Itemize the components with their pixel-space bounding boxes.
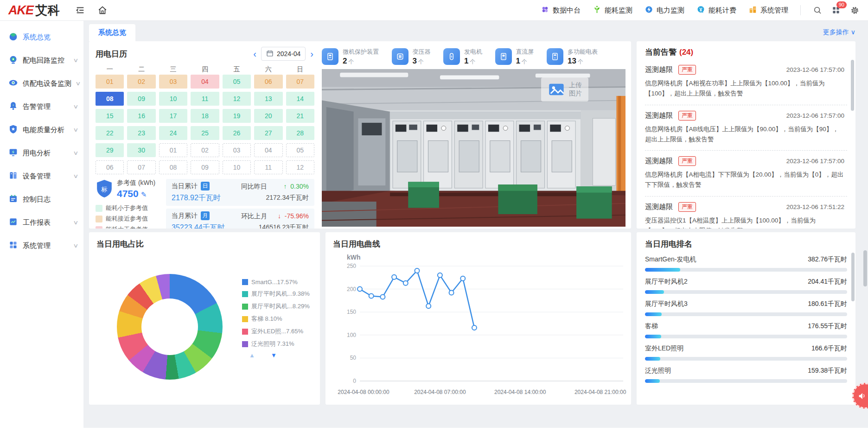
calendar-day-cell[interactable]: 08 (159, 160, 187, 174)
calendar-day-cell[interactable]: 06 (254, 75, 282, 89)
calendar-day-cell[interactable]: 28 (286, 126, 314, 140)
calendar-prev-icon[interactable]: ‹ (252, 49, 257, 58)
calendar-day-cell[interactable]: 27 (254, 126, 282, 140)
calendar-day-cell[interactable]: 05 (223, 75, 251, 89)
calendar-day-cell[interactable]: 10 (223, 160, 251, 174)
calendar-day-cell[interactable]: 08 (96, 92, 124, 106)
sidebar-item-6[interactable]: 设备管理∨ (0, 165, 83, 188)
calendar-day-cell[interactable]: 09 (127, 92, 155, 106)
calendar-day-cell[interactable]: 14 (286, 92, 314, 106)
calendar-day-cell[interactable]: 22 (96, 126, 124, 140)
home-icon[interactable] (95, 2, 110, 18)
calendar-day-cell[interactable]: 21 (286, 109, 314, 123)
donut-legend-item[interactable]: 泛光照明 7.31% (242, 340, 310, 348)
apps-grid-icon[interactable]: 90 (831, 6, 841, 15)
usage-share-donut[interactable] (117, 274, 223, 380)
calendar-day-cell[interactable]: 18 (191, 109, 219, 123)
calendar-day-cell[interactable]: 03 (159, 75, 187, 89)
tab-system-overview[interactable]: 系统总览 (89, 24, 135, 41)
ranking-row[interactable]: SmartGen-发电机 382.76千瓦时 (645, 255, 847, 272)
calendar-day-cell[interactable]: 01 (96, 75, 124, 89)
nav-item-4[interactable]: 系统管理 (748, 5, 788, 15)
calendar-day-cell[interactable]: 02 (127, 75, 155, 89)
sidebar-item-1[interactable]: 配电回路监控∨ (0, 49, 83, 72)
edit-reference-icon[interactable]: ✎ (141, 191, 147, 198)
calendar-day-cell[interactable]: 12 (286, 160, 314, 174)
sidebar-item-9[interactable]: 系统管理∨ (0, 234, 83, 257)
ranking-scrollbar[interactable] (851, 253, 855, 301)
chevron-down-icon: ∨ (73, 219, 78, 226)
donut-legend-item[interactable]: 客梯 8.10% (242, 315, 310, 323)
sidebar-item-2[interactable]: 供配电设备监测∨ (0, 72, 83, 95)
alarm-item[interactable]: 遥测越限 严重 2023-12-06 17:51:22 变压器温控仪1【A相温度… (645, 197, 847, 229)
calendar-legend-item: 能耗大于参考值 (96, 225, 166, 229)
app-logo[interactable]: AKE 艾科 (8, 2, 60, 19)
sidebar-item-5[interactable]: 用电分析∨ (0, 141, 83, 165)
nav-item-2[interactable]: 电力监测 (645, 5, 684, 15)
calendar-day-cell[interactable]: 16 (127, 109, 155, 123)
ranking-row[interactable]: 展厅平时风机2 204.41千瓦时 (645, 278, 847, 294)
calendar-day-cell[interactable]: 11 (254, 160, 282, 174)
calendar-day-cell[interactable]: 03 (223, 143, 251, 157)
calendar-day-cell[interactable]: 23 (127, 126, 155, 140)
calendar-day-cell[interactable]: 13 (254, 92, 282, 106)
donut-legend-item[interactable]: SmartG...17.57% (242, 279, 310, 286)
calendar-day-cell[interactable]: 15 (96, 109, 124, 123)
upload-image-button[interactable]: 上传图片 (541, 77, 588, 102)
calendar-day-cell[interactable]: 29 (96, 143, 124, 157)
alarm-item[interactable]: 遥测越限 严重 2023-12-06 17:57:00 信息网络机房【A相电流】… (645, 151, 847, 197)
calendar-day-cell[interactable]: 19 (223, 109, 251, 123)
chevron-down-icon: ∨ (73, 242, 78, 249)
calendar-day-cell[interactable]: 20 (254, 109, 282, 123)
calendar-day-cell[interactable]: 04 (254, 143, 282, 157)
sidebar-item-4[interactable]: 电能质量分析∨ (0, 118, 83, 141)
calendar-day-cell[interactable]: 24 (159, 126, 187, 140)
donut-legend-item[interactable]: 室外LED照...7.65% (242, 327, 310, 336)
search-icon[interactable] (813, 6, 822, 15)
donut-legend-label: 室外LED照...7.65% (251, 327, 303, 336)
calendar-day-cell[interactable]: 07 (286, 75, 314, 89)
month-picker[interactable]: 2024-04 (261, 47, 306, 61)
calendar-day-cell[interactable]: 09 (191, 160, 219, 174)
calendar-day-cell[interactable]: 17 (159, 109, 187, 123)
nav-item-3[interactable]: 能耗计费 (696, 5, 736, 15)
donut-legend-item[interactable]: 展厅平时风机...9.38% (242, 290, 310, 298)
calendar-next-icon[interactable]: › (309, 49, 314, 58)
calendar-day-cell[interactable]: 05 (286, 143, 314, 157)
calendar-day-cell[interactable]: 04 (191, 75, 219, 89)
ranking-row[interactable]: 展厅平时风机3 180.61千瓦时 (645, 300, 847, 316)
legend-page-up-icon[interactable]: ▲ (249, 352, 255, 359)
calendar-day-cell[interactable]: 26 (223, 126, 251, 140)
sidebar-collapse-icon[interactable] (72, 2, 88, 18)
alarm-item[interactable]: 遥测越限 严重 2023-12-06 17:57:00 信息网络机房【AB线电压… (645, 105, 847, 151)
gear-icon[interactable] (850, 6, 860, 15)
calendar-day-cell[interactable]: 30 (127, 143, 155, 157)
calendar-day-cell[interactable]: 11 (191, 92, 219, 106)
sidebar-item-7[interactable]: 控制日志 (0, 188, 83, 211)
donut-legend-item[interactable]: 展厅平时风机...8.29% (242, 302, 310, 311)
sidebar-item-3[interactable]: 告警管理∨ (0, 95, 83, 118)
calendar-day-cell[interactable]: 02 (191, 143, 219, 157)
legend-page-down-icon[interactable]: ▼ (271, 352, 277, 359)
calendar-day-cell[interactable]: 12 (223, 92, 251, 106)
nav-item-0[interactable]: 数据中台 (541, 5, 581, 15)
sidebar-item-0[interactable]: 系统总览 (0, 25, 83, 49)
equipment-count: 1个 (516, 57, 534, 66)
alarm-item[interactable]: 遥测越限 严重 2023-12-06 17:57:00 信息网络机房【A相视在功… (645, 59, 847, 105)
calendar-day-cell[interactable]: 25 (191, 126, 219, 140)
calendar-day-cell[interactable]: 07 (127, 160, 155, 174)
calendar-day-cell[interactable]: 10 (159, 92, 187, 106)
ranking-row[interactable]: 客梯 176.55千瓦时 (645, 322, 847, 338)
sidebar-item-8[interactable]: 工作报表∨ (0, 211, 83, 234)
nav-item-1[interactable]: 能耗监测 (593, 5, 632, 15)
equipment-room-photo: 上传图片 (322, 69, 625, 227)
page-scrollbar[interactable] (863, 250, 867, 286)
calendar-legend: 能耗小于参考值能耗接近参考值能耗大于参考值 (96, 204, 166, 229)
ranking-row[interactable]: 室外LED照明 166.6千瓦时 (645, 344, 847, 361)
more-actions-link[interactable]: 更多操作 ∨ (823, 28, 855, 41)
usage-share-title: 当日用电占比 (96, 239, 313, 249)
calendar-day-cell[interactable]: 01 (159, 143, 187, 157)
ranking-row[interactable]: 泛光照明 159.38千瓦时 (645, 367, 847, 383)
alarm-scrollbar[interactable] (851, 60, 854, 111)
calendar-day-cell[interactable]: 06 (96, 160, 124, 174)
